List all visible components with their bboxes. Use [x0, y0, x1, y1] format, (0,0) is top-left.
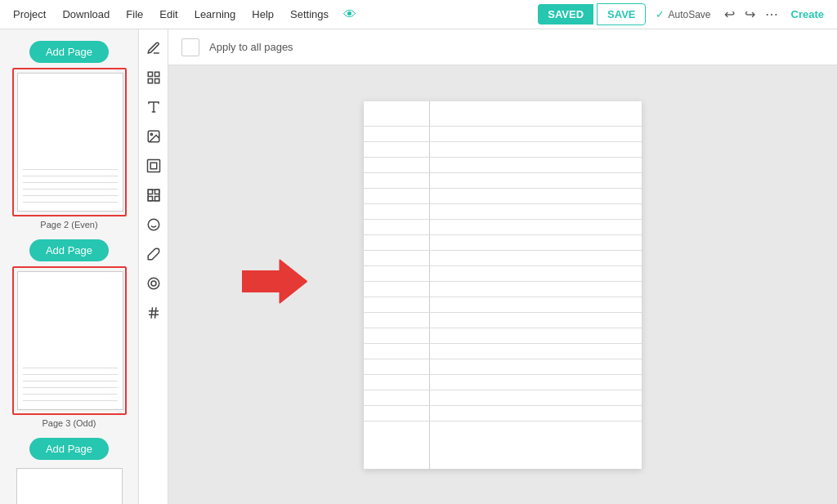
nav-settings[interactable]: Settings: [284, 5, 335, 24]
svg-rect-2: [148, 79, 152, 83]
page4-container[interactable]: [12, 468, 127, 504]
undo-button[interactable]: ↩: [721, 5, 738, 24]
canvas-h-line: [364, 188, 642, 189]
page3-lines: [23, 368, 118, 401]
page3-label: Page 3 (Odd): [42, 418, 96, 428]
more-options-button[interactable]: ⋯: [762, 5, 781, 24]
apply-bar: Apply to all pages: [168, 29, 837, 65]
page3-thumb: [17, 271, 123, 410]
svg-rect-12: [148, 197, 152, 201]
redo-button[interactable]: ↪: [741, 5, 759, 24]
page2-container[interactable]: Page 2 (Even): [12, 68, 127, 234]
page2-label: Page 2 (Even): [40, 220, 97, 230]
canvas-h-line: [364, 312, 642, 313]
svg-marker-24: [242, 259, 307, 303]
page4-thumb: [16, 468, 123, 504]
filter-tool-icon[interactable]: [141, 271, 166, 296]
page3-container[interactable]: Page 3 (Odd): [12, 266, 127, 433]
thumb-line: [23, 189, 118, 190]
main-layout: Add Page Page 2 (Even) Add Page: [0, 29, 837, 504]
svg-rect-0: [148, 72, 152, 76]
page3-border: [12, 266, 127, 415]
svg-point-7: [150, 133, 152, 135]
canvas-h-line: [364, 172, 642, 173]
svg-point-18: [148, 278, 159, 289]
preview-button[interactable]: 👁: [338, 6, 361, 24]
create-button[interactable]: Create: [785, 5, 830, 24]
svg-rect-11: [154, 190, 159, 194]
canvas-area[interactable]: [168, 65, 837, 504]
canvas-h-line: [364, 390, 642, 390]
top-nav: Project Download File Edit Learning Help…: [0, 0, 837, 29]
thumb-line: [23, 169, 118, 170]
page2-thumb: [17, 73, 123, 212]
svg-line-22: [151, 307, 153, 319]
canvas-h-line: [364, 281, 642, 282]
frame-tool-icon[interactable]: [141, 154, 166, 178]
canvas-h-line: [364, 234, 642, 235]
autosave-container: ✓ AutoSave: [656, 8, 710, 20]
thumb-line: [23, 182, 118, 183]
canvas-h-line: [364, 359, 642, 359]
thumb-line: [23, 202, 118, 203]
canvas-h-line: [364, 203, 642, 204]
content-area: Apply to all pages: [168, 29, 837, 504]
svg-point-19: [151, 281, 156, 286]
text-tool-icon[interactable]: [141, 95, 166, 119]
thumb-line: [23, 195, 118, 196]
elements-tool-icon[interactable]: [141, 65, 166, 90]
thumb-line: [23, 176, 118, 176]
canvas-h-line: [364, 328, 642, 328]
canvas-h-line: [364, 265, 642, 266]
canvas-h-line: [364, 297, 642, 297]
canvas-h-lines: [364, 126, 642, 421]
thumb-line: [23, 381, 118, 381]
add-page-middle-button[interactable]: Add Page: [29, 239, 109, 261]
apply-checkbox[interactable]: [181, 38, 199, 56]
canvas-h-line: [364, 219, 642, 220]
edit-tool-icon[interactable]: [141, 36, 166, 60]
save-button[interactable]: SAVE: [597, 3, 646, 25]
thumb-line: [23, 374, 118, 375]
svg-rect-8: [147, 160, 159, 172]
svg-rect-10: [148, 190, 152, 194]
svg-rect-9: [150, 163, 157, 169]
canvas-h-line: [364, 374, 642, 375]
autosave-check-icon: ✓: [656, 8, 665, 20]
left-panel: Add Page Page 2 (Even) Add Page: [0, 29, 139, 504]
svg-rect-3: [154, 79, 159, 83]
page2-border: [12, 68, 127, 216]
svg-rect-14: [148, 190, 159, 201]
svg-rect-1: [154, 72, 159, 76]
nav-learning[interactable]: Learning: [188, 5, 243, 24]
nav-help[interactable]: Help: [245, 5, 280, 24]
image-tool-icon[interactable]: [141, 124, 166, 149]
canvas-h-line: [364, 141, 642, 142]
page2-lines: [23, 169, 118, 203]
canvas-h-line: [364, 126, 642, 127]
hashtag-tool-icon[interactable]: [141, 301, 166, 325]
nav-project[interactable]: Project: [7, 5, 52, 24]
add-page-top-button[interactable]: Add Page: [29, 41, 109, 63]
canvas-h-line: [364, 250, 642, 251]
thumb-line: [23, 368, 118, 368]
thumb-line: [23, 394, 118, 395]
grid-tool-icon[interactable]: [141, 183, 166, 207]
nav-edit[interactable]: Edit: [153, 5, 184, 24]
saved-button[interactable]: SAVED: [538, 4, 593, 25]
add-page-bottom-button[interactable]: Add Page: [29, 438, 109, 460]
mask-tool-icon[interactable]: [141, 212, 166, 237]
nav-download[interactable]: Download: [56, 5, 116, 24]
nav-file[interactable]: File: [119, 5, 150, 24]
icon-toolbar: [139, 29, 168, 504]
autosave-label: AutoSave: [668, 9, 710, 20]
svg-line-23: [154, 307, 156, 319]
thumb-line: [23, 387, 118, 388]
canvas-page[interactable]: [364, 101, 642, 469]
apply-label: Apply to all pages: [209, 41, 293, 53]
undo-redo-group: ↩ ↪ ⋯: [721, 5, 781, 24]
canvas-h-line: [364, 157, 642, 158]
brush-tool-icon[interactable]: [141, 242, 166, 266]
canvas-h-line: [364, 343, 642, 344]
canvas-h-line: [364, 421, 642, 421]
